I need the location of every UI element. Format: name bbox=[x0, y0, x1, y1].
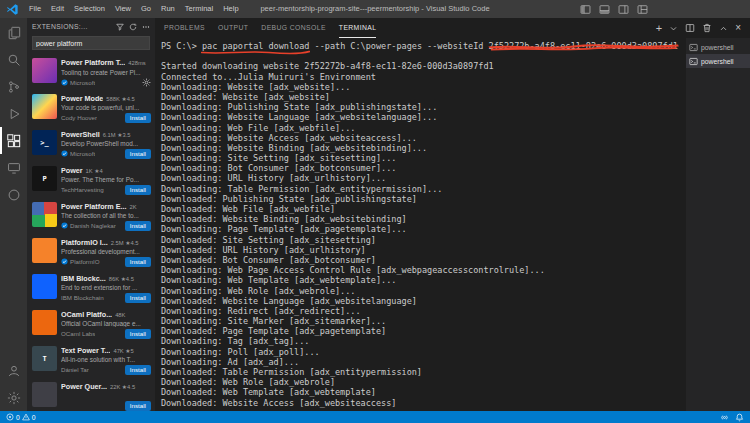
extension-name: PowerShell bbox=[61, 130, 100, 139]
terminal-line: Downloading: Poll [adx_poll]... bbox=[161, 347, 686, 357]
extension-list-item[interactable]: >_ PowerShell 6.1M ★3.5 Develop PowerShe… bbox=[27, 126, 155, 162]
panel-tab-problems[interactable]: PROBLEMS bbox=[164, 18, 205, 38]
extension-list-item[interactable]: OCaml Platfo... 48K Official OCaml langu… bbox=[27, 306, 155, 342]
notifications-bell-icon[interactable] bbox=[735, 413, 744, 422]
status-bar: 0 0 bbox=[0, 411, 750, 423]
extension-publisher: Danish Naglekar bbox=[61, 222, 116, 229]
new-terminal-icon[interactable]: + bbox=[656, 23, 662, 34]
extension-stats: 86K ★4.5 bbox=[109, 276, 134, 282]
extensions-icon[interactable] bbox=[0, 127, 27, 154]
extension-list-item[interactable]: T Text Power T... 47K ★5 All-in-one solu… bbox=[27, 342, 155, 378]
install-button[interactable]: Install bbox=[125, 365, 151, 375]
terminal-dropdown-icon[interactable] bbox=[669, 24, 678, 33]
toggle-panel-icon[interactable] bbox=[599, 4, 610, 15]
vscode-logo-icon bbox=[6, 3, 19, 16]
explorer-icon[interactable] bbox=[0, 19, 27, 46]
extension-list-item[interactable]: P Power 1K ★4 Power. The Theme for Po...… bbox=[27, 162, 155, 198]
split-terminal-icon[interactable] bbox=[685, 23, 695, 33]
extension-publisher: Microsoft bbox=[61, 79, 95, 86]
power-platform-icon[interactable] bbox=[0, 181, 27, 208]
accounts-icon[interactable] bbox=[0, 357, 27, 384]
source-control-icon[interactable] bbox=[0, 73, 27, 100]
extension-list-item[interactable]: PlatformIO I... 2.5M ★4.5 Professional d… bbox=[27, 234, 155, 270]
more-actions-icon[interactable] bbox=[142, 23, 150, 31]
extension-list-item[interactable]: Power Mode 588K ★4.5 Your code is powerf… bbox=[27, 90, 155, 126]
terminal-line: Downloaded: Website [adx_website] bbox=[161, 92, 686, 102]
extensions-header-title: EXTENSIONS:... bbox=[32, 23, 88, 30]
install-button[interactable]: Install bbox=[125, 401, 151, 411]
panel-tab-output[interactable]: OUTPUT bbox=[218, 18, 248, 38]
verified-publisher-icon bbox=[61, 150, 68, 157]
terminal-line: Downloading: Website Access [adx_website… bbox=[161, 133, 686, 143]
titlebar-layout-controls bbox=[580, 4, 750, 15]
terminal-command-line: PS C:\> pac paportal download --path C:\… bbox=[161, 41, 686, 51]
extension-description: End to end extension for ... bbox=[61, 284, 151, 291]
extension-publisher: IBM Blockchain bbox=[61, 294, 104, 301]
toggle-secondary-sidebar-icon[interactable] bbox=[618, 4, 629, 15]
filter-icon[interactable] bbox=[116, 23, 124, 31]
install-button[interactable]: Install bbox=[125, 293, 151, 303]
extension-list-item[interactable]: IBM Blockc... 86K ★4.5 End to end extens… bbox=[27, 270, 155, 306]
extension-name: Power Quer... bbox=[61, 382, 107, 391]
terminal-line: Downloaded: Website Language [adx_websit… bbox=[161, 296, 686, 306]
menu-selection[interactable]: Selection bbox=[69, 0, 110, 18]
settings-gear-icon[interactable] bbox=[0, 384, 27, 411]
terminal-line: Downloading: Website Binding [adx_websit… bbox=[161, 143, 686, 153]
menu-view[interactable]: View bbox=[110, 0, 136, 18]
terminal-line bbox=[161, 51, 686, 61]
window-title: peer-mentorship-program-site---peermento… bbox=[260, 0, 489, 18]
problems-status[interactable]: 0 0 bbox=[6, 413, 36, 421]
install-button[interactable]: Install bbox=[125, 113, 151, 123]
menu-file[interactable]: File bbox=[24, 0, 46, 18]
run-and-debug-icon[interactable] bbox=[0, 100, 27, 127]
terminal-line: Downloading: Site Marker [adx_sitemarker… bbox=[161, 316, 686, 326]
extension-stats: 2K bbox=[130, 204, 137, 210]
manage-extension-gear-icon[interactable] bbox=[142, 78, 151, 87]
extensions-search-input[interactable] bbox=[36, 40, 146, 47]
terminal-line: Downloading: Web Page Access Control Rul… bbox=[161, 265, 686, 275]
terminal-website-id: 2f52272b-a4f8-ec11-82e6-000d3a0897fd1 bbox=[489, 41, 678, 51]
panel-tab-debug-console[interactable]: DEBUG CONSOLE bbox=[261, 18, 326, 38]
extension-publisher: OCaml Labs bbox=[61, 330, 95, 337]
kill-terminal-trash-icon[interactable] bbox=[702, 23, 712, 33]
extension-name: Power Mode bbox=[61, 94, 103, 103]
extension-list-item[interactable]: Power Platform T... 428ms Tooling to cre… bbox=[27, 54, 155, 90]
terminal-tab-powershell[interactable]: powershell bbox=[686, 54, 750, 68]
broadcast-icon[interactable] bbox=[720, 413, 729, 422]
maximize-panel-icon[interactable] bbox=[719, 24, 728, 33]
close-panel-icon[interactable]: × bbox=[735, 23, 741, 33]
install-button[interactable]: Install bbox=[125, 257, 151, 267]
menu-terminal[interactable]: Terminal bbox=[180, 0, 218, 18]
terminal[interactable]: PS C:\> pac paportal download --path C:\… bbox=[155, 38, 686, 411]
install-button[interactable]: Install bbox=[125, 185, 151, 195]
terminal-line: Downloading: Site Setting [adx_sitesetti… bbox=[161, 153, 686, 163]
terminal-tab-powershell[interactable]: powershell bbox=[686, 40, 750, 54]
install-button[interactable]: Install bbox=[125, 221, 151, 231]
remote-explorer-icon[interactable] bbox=[0, 154, 27, 181]
extension-list-item[interactable]: Power Platform E... 2K The collection of… bbox=[27, 198, 155, 234]
terminal-prompt-icon bbox=[689, 43, 698, 52]
extension-publisher: Dániel Tar bbox=[61, 366, 89, 373]
toggle-sidebar-icon[interactable] bbox=[580, 4, 591, 15]
verified-publisher-icon bbox=[61, 222, 68, 229]
terminal-prompt: PS C:\> bbox=[161, 41, 202, 51]
refresh-icon[interactable] bbox=[129, 23, 137, 31]
customize-layout-icon[interactable] bbox=[637, 4, 648, 15]
terminal-line: Downloaded: Website Binding [adx_website… bbox=[161, 214, 686, 224]
menu-run[interactable]: Run bbox=[156, 0, 180, 18]
terminal-line: Downloaded: Bot Consumer [adx_botconsume… bbox=[161, 255, 686, 265]
search-icon[interactable] bbox=[0, 46, 27, 73]
menu-edit[interactable]: Edit bbox=[46, 0, 69, 18]
title-bar: FileEditSelectionViewGoRunTerminalHelp p… bbox=[0, 0, 750, 18]
extension-stats: 1K ★4 bbox=[86, 168, 103, 174]
extension-list-item[interactable]: Power Quer... 22K ★4.5 Install bbox=[27, 378, 155, 411]
terminal-list: powershellpowershell bbox=[686, 38, 750, 411]
menu-go[interactable]: Go bbox=[136, 0, 156, 18]
terminal-line: Downloading: Website Language [adx_websi… bbox=[161, 112, 686, 122]
install-button[interactable]: Install bbox=[125, 149, 151, 159]
terminal-line: Downloading: Ad [adx_ad]... bbox=[161, 357, 686, 367]
install-button[interactable]: Install bbox=[125, 329, 151, 339]
menu-help[interactable]: Help bbox=[218, 0, 243, 18]
panel-tab-terminal[interactable]: TERMINAL bbox=[339, 18, 377, 38]
extension-publisher: TechHarvesting bbox=[61, 186, 104, 193]
